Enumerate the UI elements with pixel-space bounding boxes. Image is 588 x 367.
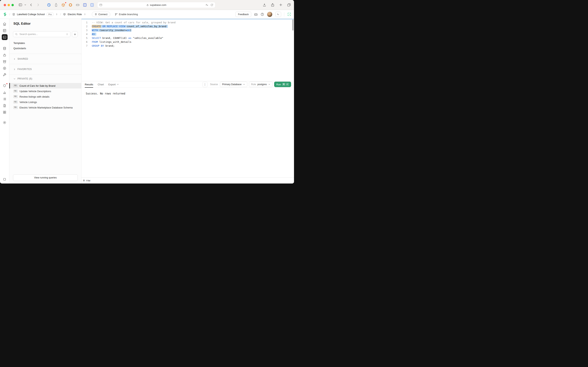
supabase-logo[interactable] (3, 12, 7, 17)
new-tab-icon[interactable] (279, 3, 283, 7)
sort-icon (66, 33, 68, 36)
browser-toolbar: ♥II supabase.com (0, 0, 294, 10)
clock-extension-icon[interactable] (47, 3, 51, 7)
organization-name[interactable]: Lakefield College School (17, 13, 45, 16)
project-name[interactable]: Electric Ride (68, 13, 82, 16)
sql-code-editor[interactable]: 1-- VIEW: Get a count of cars for sale, … (82, 19, 294, 81)
auth-icon[interactable] (2, 52, 8, 58)
chevron-down-icon[interactable] (24, 4, 26, 6)
page-settings-icon[interactable] (99, 2, 102, 8)
feedback-button[interactable]: Feedback (235, 12, 251, 17)
sql-editor-icon[interactable] (2, 34, 8, 40)
breadcrumb-separator: / (60, 13, 61, 16)
view-running-queries-button[interactable]: View running queries (13, 174, 78, 181)
query-label: Vehicle Listings (19, 101, 37, 104)
notification-dot (6, 83, 8, 84)
advisors-icon[interactable] (2, 83, 8, 89)
user-avatar[interactable] (267, 12, 272, 17)
integrations-icon[interactable] (2, 109, 8, 115)
section-shared[interactable]: SHARED (9, 54, 81, 64)
search-input[interactable] (19, 33, 64, 36)
forward-button[interactable] (36, 3, 40, 7)
shortcuts-icon[interactable] (2, 176, 8, 182)
query-list-item[interactable]: SQLCount of Cars for Sale by Brand (9, 83, 81, 88)
code-line[interactable]: 5SELECT brand, COUNT(id) as "vehicles_av… (82, 36, 294, 40)
realtime-icon[interactable] (2, 72, 8, 78)
organization-icon (12, 13, 15, 16)
database-icon[interactable] (2, 45, 8, 51)
page-title: SQL Editor (9, 19, 81, 26)
design-mode-icon[interactable] (287, 12, 291, 16)
translate-icon[interactable] (205, 2, 209, 8)
role-select[interactable]: Role postgres (249, 82, 273, 87)
query-list-item[interactable]: SQLElectric Vehicle Marketplace Database… (9, 105, 81, 110)
storage-icon[interactable] (2, 59, 8, 65)
section-favorites[interactable]: FAVORITES (9, 64, 81, 74)
result-message: Success. No rows returned (86, 92, 125, 95)
zoom-window-button[interactable] (11, 4, 14, 6)
org-switcher-icon[interactable] (55, 13, 58, 16)
plus-icon (74, 33, 76, 36)
new-query-button[interactable] (72, 31, 78, 37)
more-options-button[interactable]: ⋮ (202, 82, 208, 87)
minimize-window-button[interactable] (8, 4, 10, 6)
downloads-icon[interactable] (262, 3, 266, 7)
code-line[interactable]: 4AS (82, 32, 294, 36)
inbox-icon[interactable] (254, 13, 258, 16)
search-queries-box[interactable] (13, 31, 70, 37)
back-button[interactable] (29, 3, 33, 7)
api-docs-icon[interactable] (2, 103, 8, 108)
logs-icon[interactable] (2, 96, 8, 102)
section-private[interactable]: PRIVATE (5) (9, 75, 81, 83)
connect-button[interactable]: Connect (92, 12, 110, 17)
code-line[interactable]: 6FROM listings_with_details (82, 40, 294, 44)
bottle-extension-icon[interactable] (54, 3, 58, 7)
code-text: -- VIEW: Get a count of cars for sale, g… (90, 21, 175, 25)
header-divider (284, 12, 284, 17)
svg-text:I: I (84, 4, 85, 6)
database-select[interactable]: Primary Database (220, 82, 247, 87)
tab-chart[interactable]: Chart (98, 81, 104, 87)
code-text: SELECT brand, COUNT(id) as "vehicles_ava… (90, 36, 163, 40)
reader-alt-extension-icon[interactable]: I (90, 3, 94, 7)
plug-icon (94, 13, 97, 16)
home-icon[interactable] (2, 21, 8, 27)
sidebar-toggle-icon[interactable] (18, 3, 22, 7)
query-label: Count of Cars for Sale by Brand (19, 84, 55, 87)
project-switcher-icon[interactable] (84, 13, 86, 16)
code-line[interactable]: 1-- VIEW: Get a count of cars for sale, … (82, 21, 294, 25)
templates-link[interactable]: Templates (9, 41, 81, 46)
app-header: / Lakefield College School Pro / Electri… (0, 10, 294, 19)
ring-extension-icon[interactable] (68, 3, 73, 7)
tab-export[interactable]: Export (108, 81, 119, 87)
tab-overview-icon[interactable] (287, 3, 291, 7)
chevron-down-icon (117, 83, 119, 85)
reader-extension-icon[interactable]: I (83, 3, 87, 7)
query-list-item[interactable]: SQLReview listings with details (9, 94, 81, 99)
box-extension-icon[interactable]: ♥ (61, 3, 65, 7)
quickstarts-link[interactable]: Quickstarts (9, 46, 81, 51)
reload-icon[interactable] (210, 2, 213, 8)
line-number: 3 (82, 28, 90, 32)
address-bar[interactable]: supabase.com (97, 2, 215, 8)
run-button[interactable]: Run ⌘↵ (274, 82, 291, 87)
mask-extension-icon[interactable] (76, 3, 80, 7)
query-list-item[interactable]: SQLUpdate Vehicle Descriptions (9, 88, 81, 94)
code-line[interactable]: 3WITH (security_invoker=on) (82, 28, 294, 32)
scrollbar-thumb[interactable] (293, 19, 294, 31)
table-editor-icon[interactable] (2, 28, 8, 33)
query-list-item[interactable]: SQLVehicle Listings (9, 99, 81, 105)
settings-icon[interactable] (2, 120, 8, 125)
code-line[interactable]: 2CREATE OR REPLACE VIEW count_of_vehicle… (82, 25, 294, 28)
browser-actions (262, 3, 291, 7)
line-number: 1 (82, 21, 90, 25)
share-icon[interactable] (271, 3, 275, 7)
enable-branching-button[interactable]: Enable branching (115, 13, 138, 16)
assistant-terminal-button[interactable] (275, 12, 281, 17)
close-window-button[interactable] (4, 4, 6, 6)
help-icon[interactable] (260, 13, 264, 16)
edge-functions-icon[interactable] (2, 65, 8, 71)
tab-results[interactable]: Results (85, 81, 93, 87)
reports-icon[interactable] (2, 89, 8, 95)
code-line[interactable]: 7GROUP BY brand; (82, 44, 294, 48)
